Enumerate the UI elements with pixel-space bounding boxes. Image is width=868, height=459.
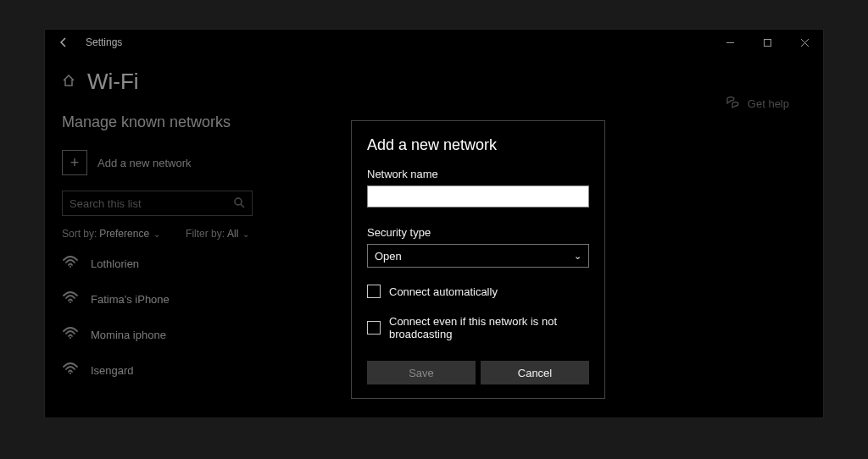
help-label: Get help <box>748 97 789 110</box>
get-help-link[interactable]: Get help <box>726 96 789 112</box>
dialog-title: Add a new network <box>367 136 589 154</box>
network-name: Fatima's iPhone <box>91 293 170 306</box>
network-name: Lothlorien <box>91 257 139 270</box>
wifi-icon <box>62 326 79 343</box>
minimize-button[interactable] <box>711 30 748 55</box>
network-name: Isengard <box>91 364 134 377</box>
svg-point-9 <box>70 373 71 374</box>
checkbox-icon <box>367 285 381 298</box>
save-button[interactable]: Save <box>367 361 476 384</box>
app-title: Settings <box>82 36 122 48</box>
filter-by-dropdown[interactable]: Filter by:All⌄ <box>186 228 249 240</box>
wifi-icon <box>62 290 79 307</box>
svg-line-5 <box>241 204 244 207</box>
security-type-value: Open <box>375 250 402 263</box>
svg-point-6 <box>70 266 71 268</box>
connect-hidden-checkbox[interactable]: Connect even if this network is not broa… <box>367 315 589 340</box>
connect-auto-label: Connect automatically <box>389 285 498 298</box>
wifi-icon <box>62 255 79 272</box>
settings-window: Settings Wi-Fi Manage known networks + A… <box>44 29 824 418</box>
search-input[interactable]: Search this list <box>62 191 253 216</box>
svg-point-4 <box>235 198 242 205</box>
add-network-label: Add a new network <box>97 157 192 169</box>
search-icon <box>233 196 245 211</box>
svg-point-7 <box>70 301 71 303</box>
chevron-down-icon: ⌄ <box>574 251 581 262</box>
sort-by-dropdown[interactable]: Sort by:Preference⌄ <box>62 228 160 240</box>
cancel-button[interactable]: Cancel <box>481 361 589 384</box>
network-name-label: Network name <box>367 168 589 180</box>
help-icon <box>726 96 739 112</box>
home-icon[interactable] <box>62 74 75 91</box>
wifi-icon <box>62 362 79 379</box>
network-name: Momina iphone <box>91 329 166 341</box>
add-network-dialog: Add a new network Network name Security … <box>351 120 605 399</box>
network-name-input[interactable] <box>367 185 589 207</box>
connect-automatically-checkbox[interactable]: Connect automatically <box>367 285 589 298</box>
security-type-label: Security type <box>367 226 589 239</box>
search-placeholder: Search this list <box>70 197 233 210</box>
chevron-down-icon: ⌄ <box>153 230 160 239</box>
security-type-select[interactable]: Open ⌄ <box>367 244 589 268</box>
plus-icon: + <box>62 150 87 175</box>
checkbox-icon <box>367 321 381 335</box>
maximize-button[interactable] <box>748 30 786 55</box>
svg-point-8 <box>70 337 71 339</box>
title-bar: Settings <box>45 30 823 55</box>
connect-hidden-label: Connect even if this network is not broa… <box>389 315 589 340</box>
close-button[interactable] <box>786 30 823 55</box>
page-title: Wi-Fi <box>87 69 139 95</box>
back-button[interactable] <box>45 35 82 51</box>
chevron-down-icon: ⌄ <box>242 230 249 239</box>
svg-rect-1 <box>764 39 771 46</box>
